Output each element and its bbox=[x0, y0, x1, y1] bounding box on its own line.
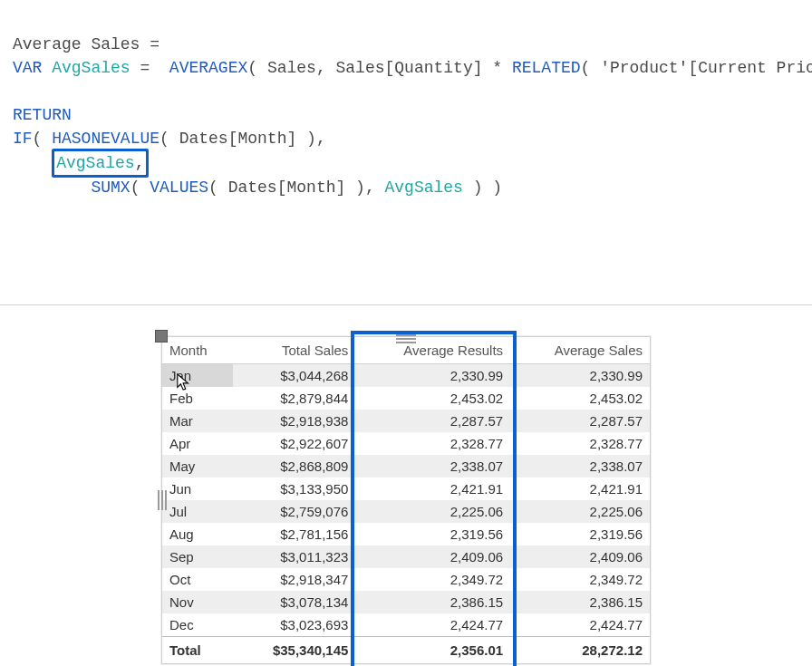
variable-ref: AvgSales bbox=[56, 154, 134, 172]
cell-total-sales: $2,918,347 bbox=[233, 568, 355, 591]
function-hasonevalue: HASONEVALUE bbox=[52, 130, 160, 148]
total-label: Total bbox=[162, 637, 233, 664]
variable-name: AvgSales bbox=[52, 59, 130, 77]
cell-total-sales: $2,879,844 bbox=[233, 387, 355, 410]
table-row[interactable]: Jan$3,044,2682,330.992,330.99 bbox=[162, 364, 650, 388]
cell-average-results: 2,319.56 bbox=[355, 523, 510, 545]
cell-month: Jun bbox=[162, 478, 233, 500]
keyword-return: RETURN bbox=[13, 106, 72, 124]
table-row[interactable]: Aug$2,781,1562,319.562,319.56 bbox=[162, 523, 650, 545]
cell-average-results: 2,386.15 bbox=[355, 591, 510, 613]
resize-side-handle[interactable] bbox=[157, 490, 168, 510]
cell-average-sales: 2,424.77 bbox=[510, 613, 650, 637]
cell-month: Apr bbox=[162, 432, 233, 455]
cell-total-sales: $3,023,693 bbox=[233, 613, 355, 637]
variable-ref: AvgSales bbox=[385, 179, 463, 197]
table-row[interactable]: Oct$2,918,3472,349.722,349.72 bbox=[162, 568, 650, 591]
keyword-var: VAR bbox=[13, 59, 52, 77]
table-row[interactable]: Mar$2,918,9382,287.572,287.57 bbox=[162, 410, 650, 432]
cell-month: Nov bbox=[162, 591, 233, 613]
cell-average-results: 2,409.06 bbox=[355, 545, 510, 568]
cell-average-results: 2,421.91 bbox=[355, 478, 510, 500]
highlighted-token: AvgSales, bbox=[52, 149, 149, 178]
dax-formula-editor[interactable]: Average Sales = VAR AvgSales = AVERAGEX(… bbox=[0, 0, 812, 277]
cell-average-sales: 2,287.57 bbox=[510, 410, 650, 432]
cell-month: Aug bbox=[162, 523, 233, 545]
cell-average-results: 2,225.06 bbox=[355, 500, 510, 523]
cell-average-sales: 2,328.77 bbox=[510, 432, 650, 455]
function-values: VALUES bbox=[150, 179, 208, 197]
cell-month: Feb bbox=[162, 387, 233, 410]
cell-total-sales: $3,044,268 bbox=[233, 364, 355, 388]
results-table: Month Total Sales Average Results Averag… bbox=[162, 337, 650, 663]
function-averagex: AVERAGEX bbox=[169, 59, 247, 77]
table-row[interactable]: Jun$3,133,9502,421.912,421.91 bbox=[162, 478, 650, 500]
cell-average-results: 2,349.72 bbox=[355, 568, 510, 591]
cell-total-sales: $2,759,076 bbox=[233, 500, 355, 523]
cell-total-sales: $3,078,134 bbox=[233, 591, 355, 613]
cell-average-sales: 2,421.91 bbox=[510, 478, 650, 500]
cell-month: Oct bbox=[162, 568, 233, 591]
cell-average-sales: 2,349.72 bbox=[510, 568, 650, 591]
cell-average-results: 2,424.77 bbox=[355, 613, 510, 637]
cell-total-sales: $3,133,950 bbox=[233, 478, 355, 500]
cell-average-results: 2,453.02 bbox=[355, 387, 510, 410]
cell-average-results: 2,338.07 bbox=[355, 455, 510, 478]
table-row[interactable]: Dec$3,023,6932,424.772,424.77 bbox=[162, 613, 650, 637]
cell-average-sales: 2,338.07 bbox=[510, 455, 650, 478]
table-row[interactable]: May$2,868,8092,338.072,338.07 bbox=[162, 455, 650, 478]
column-header-month[interactable]: Month bbox=[162, 337, 233, 364]
cell-average-sales: 2,386.15 bbox=[510, 591, 650, 613]
table-row[interactable]: Sep$3,011,3232,409.062,409.06 bbox=[162, 545, 650, 568]
table-row[interactable]: Feb$2,879,8442,453.022,453.02 bbox=[162, 387, 650, 410]
cell-month: Mar bbox=[162, 410, 233, 432]
cell-average-sales: 2,453.02 bbox=[510, 387, 650, 410]
cell-average-results: 2,328.77 bbox=[355, 432, 510, 455]
table-visual[interactable]: Month Total Sales Average Results Averag… bbox=[161, 336, 651, 664]
cell-month: May bbox=[162, 455, 233, 478]
cell-average-results: 2,287.57 bbox=[355, 410, 510, 432]
cell-month: Sep bbox=[162, 545, 233, 568]
function-related: RELATED bbox=[512, 59, 581, 77]
cell-average-sales: 2,409.06 bbox=[510, 545, 650, 568]
cell-total-sales: $2,868,809 bbox=[233, 455, 355, 478]
cell-average-sales: 2,225.06 bbox=[510, 500, 650, 523]
drag-handle-icon[interactable] bbox=[396, 333, 416, 344]
cell-month: Dec bbox=[162, 613, 233, 637]
table-row[interactable]: Apr$2,922,6072,328.772,328.77 bbox=[162, 432, 650, 455]
column-header-total-sales[interactable]: Total Sales bbox=[233, 337, 355, 364]
total-total-sales: $35,340,145 bbox=[233, 637, 355, 664]
table-row[interactable]: Nov$3,078,1342,386.152,386.15 bbox=[162, 591, 650, 613]
pane-divider[interactable] bbox=[0, 304, 812, 305]
table-row[interactable]: Jul$2,759,0762,225.062,225.06 bbox=[162, 500, 650, 523]
cell-total-sales: $3,011,323 bbox=[233, 545, 355, 568]
cell-month: Jul bbox=[162, 500, 233, 523]
resize-corner-handle[interactable] bbox=[155, 330, 168, 343]
code-text: Average Sales = bbox=[13, 35, 169, 53]
cell-average-sales: 2,330.99 bbox=[510, 364, 650, 388]
total-average-results: 2,356.01 bbox=[355, 637, 510, 664]
column-header-average-sales[interactable]: Average Sales bbox=[510, 337, 650, 364]
function-sumx: SUMX bbox=[91, 179, 130, 197]
cell-month: Jan bbox=[162, 364, 233, 388]
function-if: IF bbox=[13, 130, 33, 148]
column-header-average-results[interactable]: Average Results bbox=[355, 337, 510, 364]
total-average-sales: 28,272.12 bbox=[510, 637, 650, 664]
cell-average-sales: 2,319.56 bbox=[510, 523, 650, 545]
cell-total-sales: $2,781,156 bbox=[233, 523, 355, 545]
cell-average-results: 2,330.99 bbox=[355, 364, 510, 388]
cell-total-sales: $2,918,938 bbox=[233, 410, 355, 432]
cell-total-sales: $2,922,607 bbox=[233, 432, 355, 455]
